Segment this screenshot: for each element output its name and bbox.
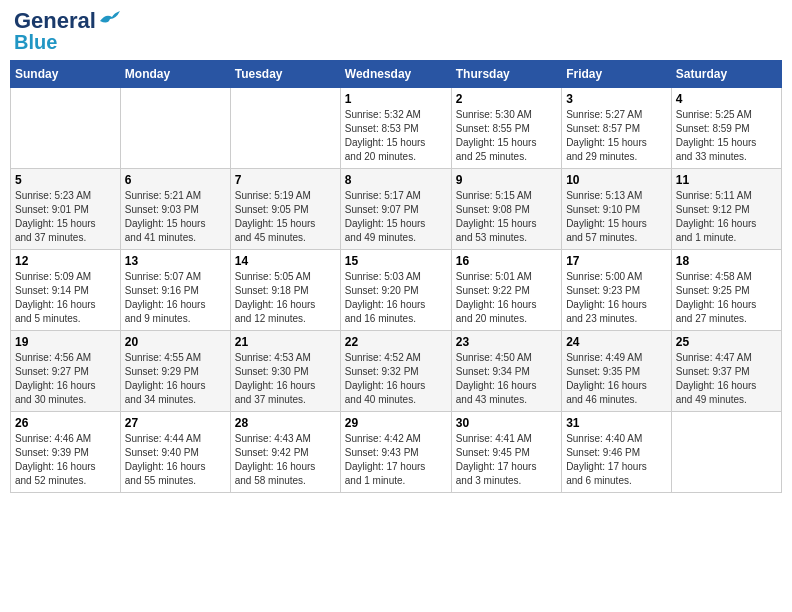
header-wednesday: Wednesday [340, 61, 451, 88]
calendar-cell: 19Sunrise: 4:56 AM Sunset: 9:27 PM Dayli… [11, 331, 121, 412]
calendar-cell: 14Sunrise: 5:05 AM Sunset: 9:18 PM Dayli… [230, 250, 340, 331]
calendar-cell: 12Sunrise: 5:09 AM Sunset: 9:14 PM Dayli… [11, 250, 121, 331]
day-number: 7 [235, 173, 336, 187]
calendar-cell: 22Sunrise: 4:52 AM Sunset: 9:32 PM Dayli… [340, 331, 451, 412]
week-row-5: 26Sunrise: 4:46 AM Sunset: 9:39 PM Dayli… [11, 412, 782, 493]
day-number: 16 [456, 254, 557, 268]
day-number: 30 [456, 416, 557, 430]
day-info: Sunrise: 4:58 AM Sunset: 9:25 PM Dayligh… [676, 270, 777, 326]
calendar-cell: 28Sunrise: 4:43 AM Sunset: 9:42 PM Dayli… [230, 412, 340, 493]
calendar-cell: 26Sunrise: 4:46 AM Sunset: 9:39 PM Dayli… [11, 412, 121, 493]
day-number: 8 [345, 173, 447, 187]
day-number: 24 [566, 335, 667, 349]
week-row-3: 12Sunrise: 5:09 AM Sunset: 9:14 PM Dayli… [11, 250, 782, 331]
day-number: 29 [345, 416, 447, 430]
day-number: 14 [235, 254, 336, 268]
day-number: 10 [566, 173, 667, 187]
day-number: 28 [235, 416, 336, 430]
day-number: 27 [125, 416, 226, 430]
day-info: Sunrise: 5:15 AM Sunset: 9:08 PM Dayligh… [456, 189, 557, 245]
header-friday: Friday [562, 61, 672, 88]
day-number: 20 [125, 335, 226, 349]
day-info: Sunrise: 4:52 AM Sunset: 9:32 PM Dayligh… [345, 351, 447, 407]
logo-text: General [14, 10, 96, 32]
day-info: Sunrise: 4:42 AM Sunset: 9:43 PM Dayligh… [345, 432, 447, 488]
day-number: 2 [456, 92, 557, 106]
calendar-cell: 15Sunrise: 5:03 AM Sunset: 9:20 PM Dayli… [340, 250, 451, 331]
calendar-cell: 23Sunrise: 4:50 AM Sunset: 9:34 PM Dayli… [451, 331, 561, 412]
day-number: 1 [345, 92, 447, 106]
day-number: 12 [15, 254, 116, 268]
calendar-cell: 17Sunrise: 5:00 AM Sunset: 9:23 PM Dayli… [562, 250, 672, 331]
day-info: Sunrise: 5:30 AM Sunset: 8:55 PM Dayligh… [456, 108, 557, 164]
day-info: Sunrise: 5:03 AM Sunset: 9:20 PM Dayligh… [345, 270, 447, 326]
day-info: Sunrise: 4:44 AM Sunset: 9:40 PM Dayligh… [125, 432, 226, 488]
day-info: Sunrise: 4:41 AM Sunset: 9:45 PM Dayligh… [456, 432, 557, 488]
calendar-cell: 16Sunrise: 5:01 AM Sunset: 9:22 PM Dayli… [451, 250, 561, 331]
day-info: Sunrise: 5:13 AM Sunset: 9:10 PM Dayligh… [566, 189, 667, 245]
day-info: Sunrise: 5:19 AM Sunset: 9:05 PM Dayligh… [235, 189, 336, 245]
calendar-cell [671, 412, 781, 493]
day-info: Sunrise: 4:47 AM Sunset: 9:37 PM Dayligh… [676, 351, 777, 407]
calendar-cell [120, 88, 230, 169]
day-number: 6 [125, 173, 226, 187]
day-info: Sunrise: 5:09 AM Sunset: 9:14 PM Dayligh… [15, 270, 116, 326]
calendar-cell: 18Sunrise: 4:58 AM Sunset: 9:25 PM Dayli… [671, 250, 781, 331]
week-row-1: 1Sunrise: 5:32 AM Sunset: 8:53 PM Daylig… [11, 88, 782, 169]
calendar-cell: 9Sunrise: 5:15 AM Sunset: 9:08 PM Daylig… [451, 169, 561, 250]
calendar-cell: 3Sunrise: 5:27 AM Sunset: 8:57 PM Daylig… [562, 88, 672, 169]
day-number: 26 [15, 416, 116, 430]
day-number: 23 [456, 335, 557, 349]
day-number: 21 [235, 335, 336, 349]
day-number: 5 [15, 173, 116, 187]
day-info: Sunrise: 5:32 AM Sunset: 8:53 PM Dayligh… [345, 108, 447, 164]
calendar-cell: 6Sunrise: 5:21 AM Sunset: 9:03 PM Daylig… [120, 169, 230, 250]
calendar-cell: 27Sunrise: 4:44 AM Sunset: 9:40 PM Dayli… [120, 412, 230, 493]
day-info: Sunrise: 4:46 AM Sunset: 9:39 PM Dayligh… [15, 432, 116, 488]
calendar-cell: 31Sunrise: 4:40 AM Sunset: 9:46 PM Dayli… [562, 412, 672, 493]
calendar-cell: 13Sunrise: 5:07 AM Sunset: 9:16 PM Dayli… [120, 250, 230, 331]
week-row-4: 19Sunrise: 4:56 AM Sunset: 9:27 PM Dayli… [11, 331, 782, 412]
day-info: Sunrise: 4:43 AM Sunset: 9:42 PM Dayligh… [235, 432, 336, 488]
calendar-cell: 29Sunrise: 4:42 AM Sunset: 9:43 PM Dayli… [340, 412, 451, 493]
logo-bird-icon [98, 11, 120, 29]
day-number: 18 [676, 254, 777, 268]
day-info: Sunrise: 4:53 AM Sunset: 9:30 PM Dayligh… [235, 351, 336, 407]
day-info: Sunrise: 4:55 AM Sunset: 9:29 PM Dayligh… [125, 351, 226, 407]
calendar-table: SundayMondayTuesdayWednesdayThursdayFrid… [10, 60, 782, 493]
logo-blue-text: Blue [14, 32, 57, 52]
day-info: Sunrise: 5:01 AM Sunset: 9:22 PM Dayligh… [456, 270, 557, 326]
day-info: Sunrise: 4:40 AM Sunset: 9:46 PM Dayligh… [566, 432, 667, 488]
day-number: 31 [566, 416, 667, 430]
day-info: Sunrise: 5:07 AM Sunset: 9:16 PM Dayligh… [125, 270, 226, 326]
calendar-cell: 1Sunrise: 5:32 AM Sunset: 8:53 PM Daylig… [340, 88, 451, 169]
calendar-cell: 2Sunrise: 5:30 AM Sunset: 8:55 PM Daylig… [451, 88, 561, 169]
calendar-cell: 5Sunrise: 5:23 AM Sunset: 9:01 PM Daylig… [11, 169, 121, 250]
logo: General Blue [14, 10, 120, 52]
day-info: Sunrise: 5:21 AM Sunset: 9:03 PM Dayligh… [125, 189, 226, 245]
day-number: 17 [566, 254, 667, 268]
day-info: Sunrise: 4:50 AM Sunset: 9:34 PM Dayligh… [456, 351, 557, 407]
day-info: Sunrise: 4:49 AM Sunset: 9:35 PM Dayligh… [566, 351, 667, 407]
day-number: 25 [676, 335, 777, 349]
calendar-cell: 8Sunrise: 5:17 AM Sunset: 9:07 PM Daylig… [340, 169, 451, 250]
header-tuesday: Tuesday [230, 61, 340, 88]
header-saturday: Saturday [671, 61, 781, 88]
day-number: 3 [566, 92, 667, 106]
day-info: Sunrise: 5:11 AM Sunset: 9:12 PM Dayligh… [676, 189, 777, 245]
calendar-cell: 21Sunrise: 4:53 AM Sunset: 9:30 PM Dayli… [230, 331, 340, 412]
calendar-cell: 25Sunrise: 4:47 AM Sunset: 9:37 PM Dayli… [671, 331, 781, 412]
calendar-cell: 11Sunrise: 5:11 AM Sunset: 9:12 PM Dayli… [671, 169, 781, 250]
header-monday: Monday [120, 61, 230, 88]
days-header-row: SundayMondayTuesdayWednesdayThursdayFrid… [11, 61, 782, 88]
calendar-cell: 20Sunrise: 4:55 AM Sunset: 9:29 PM Dayli… [120, 331, 230, 412]
day-info: Sunrise: 5:17 AM Sunset: 9:07 PM Dayligh… [345, 189, 447, 245]
week-row-2: 5Sunrise: 5:23 AM Sunset: 9:01 PM Daylig… [11, 169, 782, 250]
calendar-cell: 7Sunrise: 5:19 AM Sunset: 9:05 PM Daylig… [230, 169, 340, 250]
day-info: Sunrise: 5:23 AM Sunset: 9:01 PM Dayligh… [15, 189, 116, 245]
day-number: 4 [676, 92, 777, 106]
calendar-cell [11, 88, 121, 169]
calendar-cell: 10Sunrise: 5:13 AM Sunset: 9:10 PM Dayli… [562, 169, 672, 250]
day-number: 15 [345, 254, 447, 268]
day-number: 22 [345, 335, 447, 349]
